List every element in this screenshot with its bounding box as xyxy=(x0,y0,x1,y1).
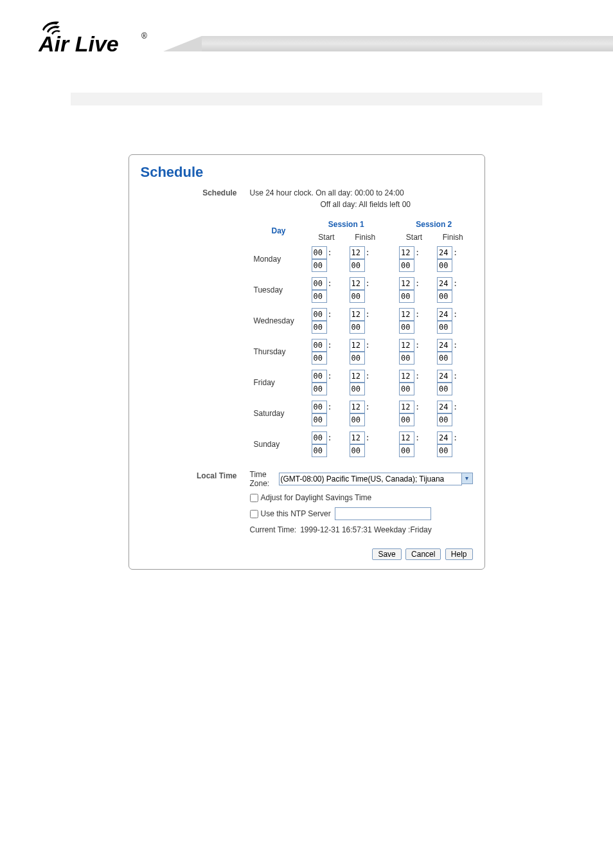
col-session1: Session 1 xyxy=(308,218,385,231)
s1-finish-hour[interactable] xyxy=(350,246,365,259)
s2-finish-hour[interactable] xyxy=(437,431,452,444)
s1-start-min[interactable] xyxy=(312,321,327,334)
day-label: Saturday xyxy=(250,398,308,429)
s2-finish-min[interactable] xyxy=(437,413,452,426)
s2-finish-hour[interactable] xyxy=(437,277,452,290)
s1-finish-min[interactable] xyxy=(350,290,365,303)
s1-finish-hour[interactable] xyxy=(350,431,365,444)
s2-finish-hour[interactable] xyxy=(437,401,452,413)
airlive-logo: Air Live ® xyxy=(39,19,173,60)
s1-finish-min[interactable] xyxy=(350,352,365,365)
s2-start-min[interactable] xyxy=(399,290,414,303)
s2-finish-min[interactable] xyxy=(437,321,452,334)
svg-text:®: ® xyxy=(141,32,147,41)
s2-start-min[interactable] xyxy=(399,352,414,365)
s1-start-hour[interactable] xyxy=(312,246,327,259)
header: Air Live ® xyxy=(0,0,613,90)
s2-finish-hour[interactable] xyxy=(437,246,452,259)
s1-start-hour[interactable] xyxy=(312,277,327,290)
s1-start-hour[interactable] xyxy=(312,370,327,383)
s2-start-min[interactable] xyxy=(399,444,414,457)
s2-start-hour[interactable] xyxy=(399,246,414,259)
s1-finish-min[interactable] xyxy=(350,259,365,272)
local-time-section-label: Local Time xyxy=(141,470,250,539)
s2-start-hour[interactable] xyxy=(399,370,414,383)
s1-finish-hour[interactable] xyxy=(350,370,365,383)
day-label: Tuesday xyxy=(250,275,308,305)
s2-finish-min[interactable] xyxy=(437,383,452,395)
s2-finish-min[interactable] xyxy=(437,259,452,272)
table-row: Friday:::: xyxy=(250,367,473,398)
ntp-server-input[interactable] xyxy=(335,507,431,520)
s2-start-hour[interactable] xyxy=(399,277,414,290)
page-title: Schedule xyxy=(141,164,473,181)
s1-finish-min[interactable] xyxy=(350,413,365,426)
s1-start-min[interactable] xyxy=(312,383,327,395)
s1-start-min[interactable] xyxy=(312,352,327,365)
col-s2-finish: Finish xyxy=(433,231,473,244)
day-label: Thursday xyxy=(250,336,308,367)
s2-finish-hour[interactable] xyxy=(437,339,452,352)
help-button[interactable]: Help xyxy=(445,548,473,560)
hint-line-1: Use 24 hour clock. On all day: 00:00 to … xyxy=(250,187,473,199)
s1-finish-min[interactable] xyxy=(350,444,365,457)
s2-start-hour[interactable] xyxy=(399,339,414,352)
col-day: Day xyxy=(250,218,308,244)
svg-text:Air Live: Air Live xyxy=(39,32,119,56)
s1-start-hour[interactable] xyxy=(312,339,327,352)
sub-banner xyxy=(71,93,542,105)
s1-finish-hour[interactable] xyxy=(350,339,365,352)
s2-start-hour[interactable] xyxy=(399,401,414,413)
s2-start-min[interactable] xyxy=(399,259,414,272)
col-s1-start: Start xyxy=(308,231,346,244)
s2-start-min[interactable] xyxy=(399,413,414,426)
ntp-checkbox[interactable] xyxy=(250,510,258,518)
s1-start-min[interactable] xyxy=(312,290,327,303)
timezone-label: Time Zone: xyxy=(250,470,276,488)
current-time-label: Current Time: xyxy=(250,525,297,534)
s1-finish-min[interactable] xyxy=(350,383,365,395)
col-session2: Session 2 xyxy=(395,218,473,231)
s1-start-hour[interactable] xyxy=(312,308,327,321)
col-s1-finish: Finish xyxy=(346,231,385,244)
s2-finish-min[interactable] xyxy=(437,444,452,457)
s2-finish-min[interactable] xyxy=(437,290,452,303)
s1-finish-hour[interactable] xyxy=(350,401,365,413)
save-button[interactable]: Save xyxy=(372,548,401,560)
banner-stripe xyxy=(202,36,613,51)
s2-start-hour[interactable] xyxy=(399,431,414,444)
cancel-button[interactable]: Cancel xyxy=(405,548,441,560)
table-row: Monday:::: xyxy=(250,244,473,275)
s1-finish-min[interactable] xyxy=(350,321,365,334)
day-label: Monday xyxy=(250,244,308,275)
s1-finish-hour[interactable] xyxy=(350,308,365,321)
table-row: Tuesday:::: xyxy=(250,275,473,305)
schedule-panel: Schedule Schedule Use 24 hour clock. On … xyxy=(129,154,485,570)
s1-start-min[interactable] xyxy=(312,259,327,272)
s2-start-min[interactable] xyxy=(399,383,414,395)
table-row: Wednesday:::: xyxy=(250,305,473,336)
table-row: Thursday:::: xyxy=(250,336,473,367)
s1-start-min[interactable] xyxy=(312,413,327,426)
s1-start-hour[interactable] xyxy=(312,401,327,413)
s1-start-min[interactable] xyxy=(312,444,327,457)
day-label: Sunday xyxy=(250,429,308,460)
col-s2-start: Start xyxy=(395,231,433,244)
ntp-label: Use this NTP Server xyxy=(261,509,331,518)
s2-finish-hour[interactable] xyxy=(437,308,452,321)
s2-finish-min[interactable] xyxy=(437,352,452,365)
s1-start-hour[interactable] xyxy=(312,431,327,444)
dst-checkbox[interactable] xyxy=(250,494,258,502)
chevron-down-icon[interactable]: ▾ xyxy=(461,473,473,484)
s2-start-hour[interactable] xyxy=(399,308,414,321)
timezone-select[interactable] xyxy=(279,473,462,485)
day-label: Friday xyxy=(250,367,308,398)
s1-finish-hour[interactable] xyxy=(350,277,365,290)
s2-start-min[interactable] xyxy=(399,321,414,334)
schedule-table: Day Session 1 Session 2 Start Finish Sta… xyxy=(250,218,473,460)
dst-label: Adjust for Daylight Savings Time xyxy=(261,493,372,502)
day-label: Wednesday xyxy=(250,305,308,336)
schedule-section-label: Schedule xyxy=(141,187,250,210)
s2-finish-hour[interactable] xyxy=(437,370,452,383)
current-time-value: 1999-12-31 16:57:31 Weekday :Friday xyxy=(300,525,432,534)
